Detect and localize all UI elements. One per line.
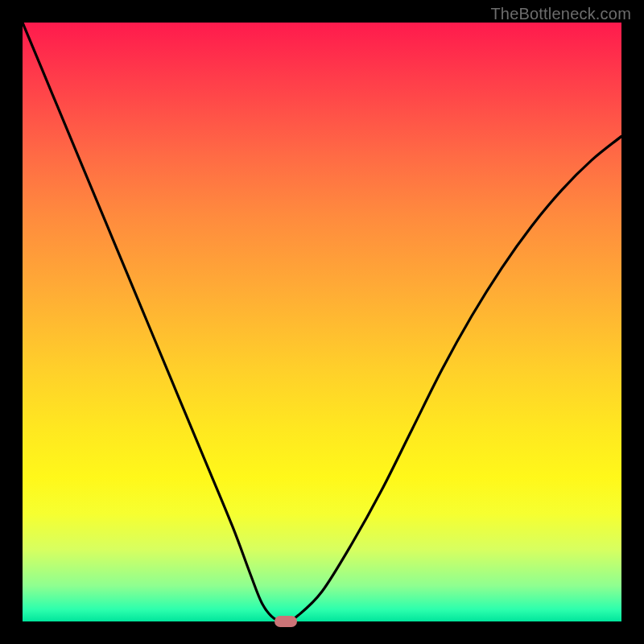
watermark-text: TheBottleneck.com <box>490 5 631 23</box>
optimal-marker <box>275 616 297 627</box>
bottleneck-curve <box>23 23 621 621</box>
plot-area <box>23 23 621 621</box>
chart-frame: TheBottleneck.com <box>0 0 644 644</box>
